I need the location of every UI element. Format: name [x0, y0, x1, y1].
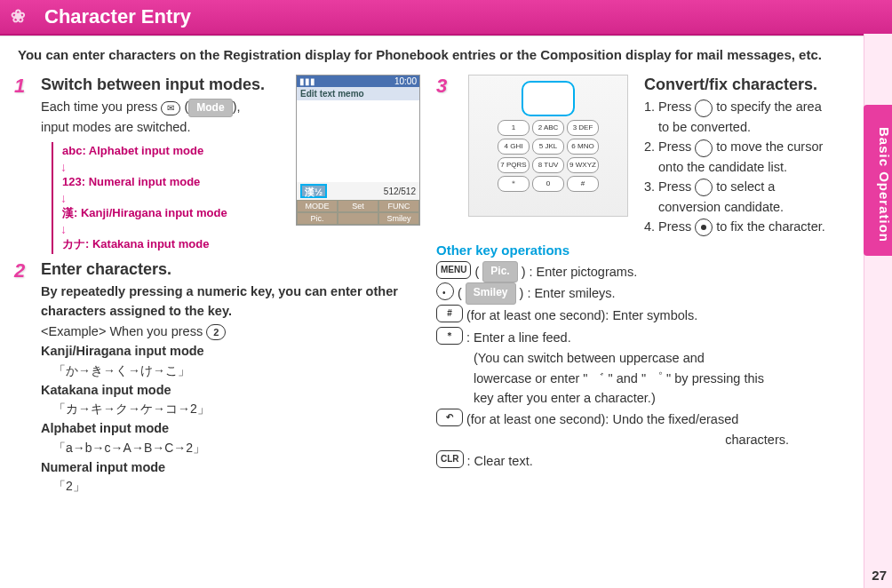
- kanji-mode-label: Kanji/Hiragana input mode: [41, 341, 420, 361]
- hash-key-icon: #: [436, 305, 463, 322]
- pic-softkey-label: Pic.: [482, 261, 517, 283]
- kanji-seq: 「か→き→く→け→こ」: [53, 362, 420, 380]
- menu-key-icon: MENU: [436, 261, 471, 279]
- mode-abc: abc: Alphabet input mode: [62, 142, 278, 161]
- num-seq: 「2」: [53, 477, 420, 496]
- page-title: Character Entry: [44, 5, 191, 28]
- softkey-set: Set: [338, 200, 378, 212]
- clr-key-icon: CLR: [436, 450, 464, 468]
- mode-katakana: カナ: Katakana input mode: [62, 235, 278, 254]
- left-column: 1 Switch between input modes. Each time …: [14, 68, 420, 496]
- step3-l2: 2. Press to move the cursor: [644, 137, 842, 156]
- signal-icon: ▮▮▮: [299, 76, 315, 86]
- step3-l1c: to be converted.: [658, 117, 842, 137]
- arrow-down-icon: ↓: [60, 161, 278, 173]
- star-key-icon: ＊: [436, 327, 463, 345]
- op-undo: ↶ (for at least one second): Undo the fi…: [436, 409, 842, 431]
- arrow-down-icon: ↓: [60, 192, 278, 204]
- op-linefeed-sub3: key after you enter a character.): [474, 388, 842, 408]
- op-pictograms: MENU (Pic.) : Enter pictograms.: [436, 261, 842, 283]
- softkey-row-2: Pic. Smiley: [297, 212, 419, 225]
- decorative-flower-icon: ❀: [11, 5, 26, 27]
- softkey-pic: Pic.: [297, 212, 338, 225]
- phone-title: Edit text memo: [297, 87, 419, 100]
- mode-softkey-label: Mode: [188, 99, 232, 117]
- arrow-down-icon: ↓: [60, 223, 278, 235]
- softkey-func: FUNC: [378, 200, 419, 212]
- step3-title: Convert/fix characters.: [644, 75, 842, 95]
- nav-disc-highlight: [522, 81, 575, 116]
- step1-line2: input modes are switched.: [41, 117, 278, 137]
- step-2: 2 Enter characters. By repeatedly pressi…: [14, 259, 420, 497]
- op-undo-sub: characters.: [436, 430, 789, 449]
- softkey-blank: [338, 212, 378, 225]
- nav-key-icon: [695, 139, 713, 157]
- mail-key-icon: ✉: [161, 101, 180, 115]
- step-3: 3 12 ABC3 DEF 4 GHI5 JKL6 MNO 7 PQRS8 TU…: [436, 75, 842, 237]
- step3-l4: 4. Press to fix the character.: [644, 217, 842, 236]
- nav-center-icon: [695, 219, 713, 236]
- op-linefeed-sub1: (You can switch between uppercase and: [474, 348, 842, 368]
- step3-l3c: conversion candidate.: [658, 197, 842, 217]
- phone-screen-mock: ▮▮▮10:00 Edit text memo 漢½ 512/512 MODE …: [296, 75, 420, 226]
- step1-title: Switch between input modes.: [41, 75, 278, 95]
- step3-l1: 1. Press to specify the area: [644, 97, 842, 116]
- op-symbols: # (for at least one second): Enter symbo…: [436, 305, 842, 327]
- step3-l2c: onto the candidate list.: [658, 157, 842, 177]
- step2-intro: By repeatedly pressing a numeric key, yo…: [41, 282, 420, 322]
- step2-title: Enter characters.: [41, 259, 420, 280]
- op-linefeed: ＊ : Enter a line feed.: [436, 327, 842, 349]
- softkey-smiley: Smiley: [378, 212, 419, 225]
- step-number-1: 1: [14, 75, 32, 254]
- step2-example: <Example> When you press 2: [41, 322, 420, 341]
- keypad: 12 ABC3 DEF 4 GHI5 JKL6 MNO 7 PQRS8 TUV9…: [498, 120, 599, 192]
- kata-seq: 「カ→キ→ク→ケ→コ→2」: [53, 400, 420, 418]
- smiley-softkey-label: Smiley: [466, 282, 516, 305]
- alpha-seq: 「a→b→c→A→B→C→2」: [53, 439, 420, 457]
- other-ops-list: MENU (Pic.) : Enter pictograms. (Smiley)…: [436, 261, 842, 473]
- mode-123: 123: Numeral input mode: [62, 173, 278, 192]
- nav-key-icon: [695, 99, 713, 117]
- step1-line1: Each time you press ✉ (Mode),: [41, 97, 278, 116]
- op-clear: CLR : Clear text.: [436, 450, 842, 473]
- softkey-row: MODE Set FUNC: [297, 200, 419, 212]
- step-number-3: 3: [436, 75, 454, 98]
- page-header: ❀ Character Entry: [0, 0, 892, 36]
- kata-mode-label: Katakana input mode: [41, 380, 420, 400]
- phone-keypad-graphic: 12 ABC3 DEF 4 GHI5 JKL6 MNO 7 PQRS8 TUV9…: [468, 75, 628, 217]
- other-ops-heading: Other key operations: [436, 242, 842, 258]
- char-counter: 512/512: [384, 187, 416, 196]
- op-linefeed-sub2: lowercase or enter " ゛ " and " ゜ " by pr…: [474, 369, 842, 388]
- clock: 10:00: [394, 76, 417, 86]
- input-modes-list: abc: Alphabet input mode ↓ 123: Numeral …: [52, 142, 278, 253]
- intro-text: You can enter characters on the Registra…: [0, 36, 892, 68]
- alpha-mode-label: Alphabet input mode: [41, 418, 420, 438]
- step-number-2: 2: [14, 259, 32, 497]
- num-mode-label: Numeral input mode: [41, 457, 420, 477]
- mode-kanji: 漢: Kanji/Hiragana input mode: [62, 204, 278, 223]
- undo-key-icon: ↶: [436, 409, 463, 426]
- page-number: 27: [872, 568, 887, 583]
- key-2-icon: 2: [206, 324, 226, 340]
- section-tab: Basic Operation: [864, 105, 892, 256]
- step-1: 1 Switch between input modes. Each time …: [14, 75, 420, 254]
- right-margin-strip: Basic Operation 27: [864, 34, 892, 588]
- nav-key-icon: [695, 179, 713, 196]
- tv-key-icon: [436, 282, 454, 300]
- step3-l3: 3. Press to select a: [644, 177, 842, 196]
- input-mode-indicator: 漢½: [300, 184, 327, 198]
- right-column: 3 12 ABC3 DEF 4 GHI5 JKL6 MNO 7 PQRS8 TU…: [436, 68, 878, 496]
- softkey-mode: MODE: [297, 200, 338, 212]
- op-smileys: (Smiley) : Enter smileys.: [436, 282, 842, 305]
